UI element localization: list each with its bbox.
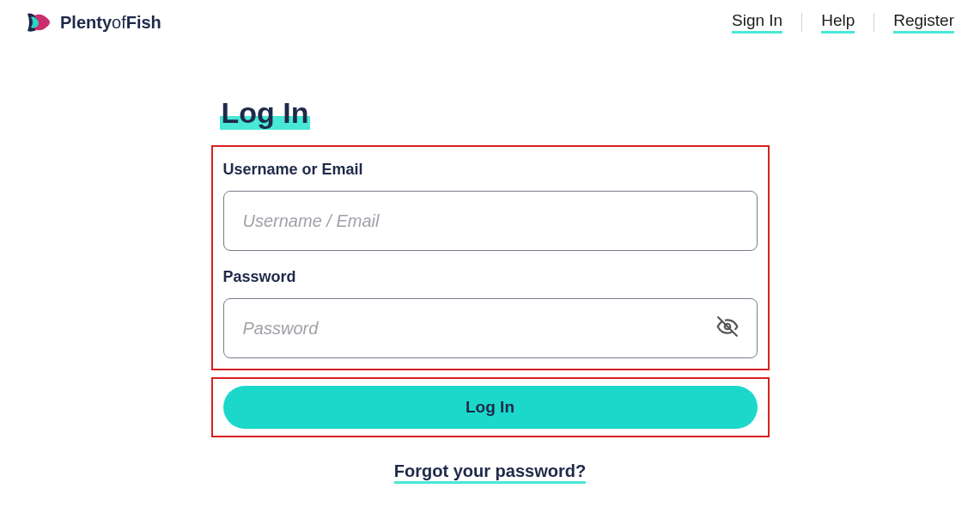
username-label: Username or Email: [223, 161, 758, 179]
nav-links: Sign In Help Register: [732, 11, 954, 34]
username-input[interactable]: [223, 191, 758, 251]
button-section: Log In: [211, 377, 770, 437]
brand-name: PlentyofFish: [60, 13, 161, 33]
password-label: Password: [223, 268, 758, 286]
signin-link[interactable]: Sign In: [732, 11, 782, 34]
main-content: Log In Username or Email Password: [0, 45, 980, 481]
logo[interactable]: PlentyofFish: [26, 10, 161, 34]
eye-hidden-icon[interactable]: [716, 315, 739, 341]
divider: [873, 13, 874, 32]
header: PlentyofFish Sign In Help Register: [0, 0, 980, 45]
password-group: Password: [223, 268, 758, 358]
login-container: Log In Username or Email Password: [211, 96, 770, 481]
forgot-password-link[interactable]: Forgot your password?: [394, 461, 586, 484]
username-group: Username or Email: [223, 161, 758, 251]
help-link[interactable]: Help: [821, 11, 855, 34]
login-button[interactable]: Log In: [223, 386, 758, 429]
fish-logo-icon: [26, 10, 53, 34]
register-link[interactable]: Register: [893, 11, 954, 34]
password-input[interactable]: [223, 298, 758, 358]
page-title: Log In: [220, 96, 311, 130]
form-section: Username or Email Password: [211, 145, 770, 370]
divider: [801, 13, 802, 32]
forgot-password-wrapper: Forgot your password?: [211, 461, 770, 481]
